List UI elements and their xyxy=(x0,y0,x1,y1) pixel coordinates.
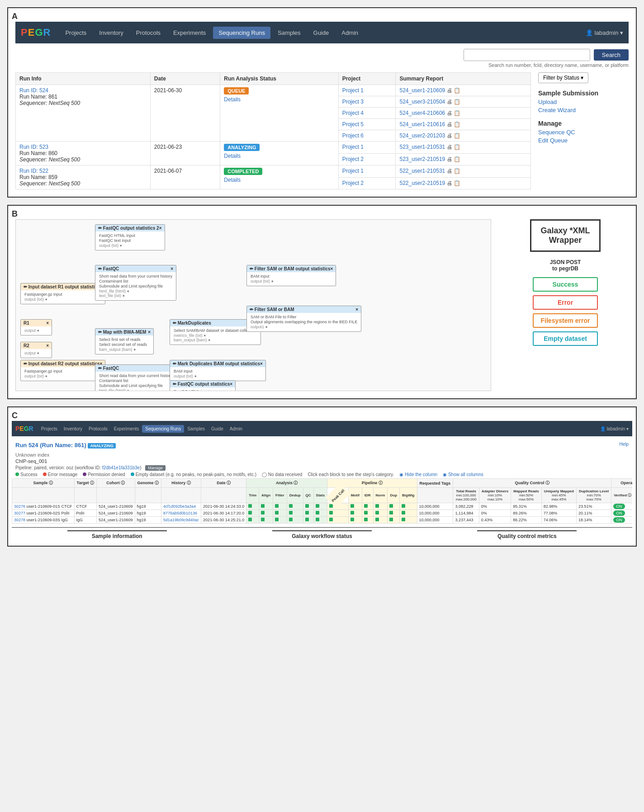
col-report: Summary Report xyxy=(396,73,531,85)
wf-node-fastqc-out: ✏ FastQC output statistics × FastQC HTML… xyxy=(170,380,236,391)
col-target: Target ⓘ xyxy=(74,479,96,488)
run-report-522-2: 522_user2-210519 🖨 📋 xyxy=(396,177,531,189)
table-area: Run Info Date Run Analysis Status Projec… xyxy=(15,72,531,189)
label-qc-metrics: Quality control metrics xyxy=(477,530,577,539)
nav-admin[interactable]: Admin xyxy=(336,27,364,39)
mini-nav-inventory[interactable]: Inventory xyxy=(61,425,85,433)
col-p6: BigWig xyxy=(400,488,417,503)
main-layout: Run Info Date Run Analysis Status Projec… xyxy=(15,72,629,189)
details-link-522[interactable]: Details xyxy=(224,177,241,183)
status-error-box: Error xyxy=(533,295,598,310)
table-row: 30276 user1-210609-01S CTCF CTCF 524_use… xyxy=(12,503,633,510)
nav-guide[interactable]: Guide xyxy=(308,27,335,39)
panel-label-c: C xyxy=(12,411,18,420)
run-date-523: 2021-06-23 xyxy=(150,142,220,165)
search-input[interactable] xyxy=(464,49,590,61)
col-a3: Filter xyxy=(273,488,287,503)
run-report-523-2: 523_user2-210519 🖨 📋 xyxy=(396,153,531,165)
wf-node-fastqc-2: ✏ FastQC × Short read data from your cur… xyxy=(95,265,176,301)
sample-30278: 30278 user1-210609-03S IgG xyxy=(12,517,75,524)
col-genome: Genome ⓘ xyxy=(135,479,161,488)
create-wizard-link[interactable]: Create Wizard xyxy=(538,107,629,113)
workflow-id-link[interactable]: f2db41e1fa331b3e xyxy=(102,465,140,470)
mini-nav-sequencing-runs[interactable]: Sequencing Runs xyxy=(142,425,184,433)
col-target-sub xyxy=(74,488,96,503)
wf-node-input-r1: ✏ Input dataset R1 output statistics × F… xyxy=(20,283,105,304)
mini-nav-admin[interactable]: Admin xyxy=(227,425,246,433)
status-filesystem-box: Filesystem error xyxy=(533,313,598,328)
details-link-523[interactable]: Details xyxy=(224,153,241,159)
run-project-524-1: Project 1 xyxy=(338,85,396,96)
edit-queue-link[interactable]: Edit Queue xyxy=(538,137,629,144)
col-genome-sub xyxy=(135,488,161,503)
mini-nav-protocols[interactable]: Protocols xyxy=(85,425,111,433)
hide-column-link[interactable]: ◉ Hide the column xyxy=(399,472,437,477)
col-a6: Stats xyxy=(313,488,327,503)
pegr-logo: PEGR xyxy=(21,27,51,38)
galaxy-xml-wrapper-box: Galaxy *XMLWrapper xyxy=(530,219,600,252)
run-id-link-524[interactable]: Run ID: 524 xyxy=(19,87,48,94)
table-row: Run ID: 523 Run Name: 860 Sequencer: Nex… xyxy=(16,142,531,154)
col-a1: Trim xyxy=(246,488,259,503)
show-all-columns-link[interactable]: ◉ Show all columns xyxy=(443,472,483,477)
run-id-link-523[interactable]: Run ID: 523 xyxy=(19,144,48,150)
mini-nav-projects[interactable]: Projects xyxy=(38,425,61,433)
upload-link[interactable]: Upload xyxy=(538,99,629,105)
mini-nav-experiments[interactable]: Experiments xyxy=(111,425,142,433)
navbar: PEGR Projects Inventory Protocols Experi… xyxy=(15,22,629,43)
run-name-524: Run Name: 861 xyxy=(19,94,57,100)
run-info-522: Run ID: 522 Run Name: 859 Sequencer: Nex… xyxy=(16,165,151,189)
run-status-524: QUEUE Details xyxy=(220,85,338,142)
nav-user: 👤 labadmin ▾ xyxy=(586,29,623,36)
nav-experiments[interactable]: Experiments xyxy=(168,27,211,39)
manage-button[interactable]: Manage xyxy=(145,465,166,471)
col-a4: Dedup xyxy=(287,488,303,503)
col-p4: Norm xyxy=(373,488,388,503)
details-link-524[interactable]: Details xyxy=(224,96,241,103)
navbar-brand: PEGR xyxy=(21,27,51,38)
status-badge-524: QUEUE xyxy=(224,87,249,94)
status-empty-dataset-box: Empty dataset xyxy=(533,331,598,346)
wf-node-filter-stats: ✏ Filter SAM or BAM output statistics × … xyxy=(246,265,336,286)
sidebar: Filter by Status ▾ Sample Submission Upl… xyxy=(538,72,629,189)
col-qc2: Adapter Dimersmin:10%max:10% xyxy=(479,488,511,503)
col-date: Date ⓘ xyxy=(201,479,246,488)
col-p5: Dup xyxy=(388,488,400,503)
mini-navbar: PEGR Projects Inventory Protocols Experi… xyxy=(12,421,632,436)
wf-node-markdup-bam: ✏ Mark Duplicates BAM output statistics … xyxy=(170,360,266,381)
data-table-c: Sample ⓘ Target ⓘ Cohort ⓘ Genome ⓘ Hist… xyxy=(12,478,632,524)
right-panel-b: Galaxy *XMLWrapper JSON POSTto pegrDB Su… xyxy=(502,219,629,346)
run-status-523: ANALYZING Details xyxy=(220,142,338,165)
col-qc4: Uniquely Mappedmin:45%max:45% xyxy=(541,488,576,503)
sample-30276: 30276 user1-210609-01S CTCF xyxy=(12,503,75,510)
sequence-qc-link[interactable]: Sequence QC xyxy=(538,129,629,136)
col-p2: Motif xyxy=(348,488,362,503)
run-title-link[interactable]: Run 524 (Run Name: 861) xyxy=(15,442,86,448)
nav-inventory[interactable]: Inventory xyxy=(94,27,128,39)
json-post-label: JSON POSTto pegrDB xyxy=(550,259,581,272)
col-cohort-sub xyxy=(96,488,135,503)
filter-status-button[interactable]: Filter by Status ▾ xyxy=(538,72,588,83)
table-row: 30278 user1-210609-03S IgG IgG 524_user1… xyxy=(12,517,633,524)
run-id-link-522[interactable]: Run ID: 522 xyxy=(19,168,48,174)
nav-protocols[interactable]: Protocols xyxy=(131,27,166,39)
panel-label-b: B xyxy=(12,209,18,219)
table-row: 30277 user1-210609-02S PolII PolII 524_u… xyxy=(12,510,633,517)
run-report-524-5: 524_user2-201203 🖨 📋 xyxy=(396,130,531,142)
pipeline-info: Pipeline: paired, version: ooz (workflow… xyxy=(15,465,629,471)
manage-title: Manage xyxy=(538,120,629,127)
mini-nav-guide[interactable]: Guide xyxy=(208,425,227,433)
search-button[interactable]: Search xyxy=(594,49,629,61)
nav-samples[interactable]: Samples xyxy=(272,27,306,39)
help-link[interactable]: Help xyxy=(619,442,629,447)
sample-30277: 30277 user1-210609-02S PolII xyxy=(12,510,75,517)
col-project: Project xyxy=(338,73,396,85)
run-project-524-3: Project 4 xyxy=(338,108,396,119)
col-operation: Operation ⓘ xyxy=(611,479,632,488)
mini-nav-samples[interactable]: Samples xyxy=(184,425,208,433)
nav-projects[interactable]: Projects xyxy=(60,27,92,39)
run-project-522-1: Project 1 xyxy=(338,165,396,178)
nav-sequencing-runs[interactable]: Sequencing Runs xyxy=(213,27,270,39)
run-project-523-1: Project 1 xyxy=(338,142,396,154)
col-qc5: Duplication Levelmin:70%max:70% xyxy=(576,488,611,503)
